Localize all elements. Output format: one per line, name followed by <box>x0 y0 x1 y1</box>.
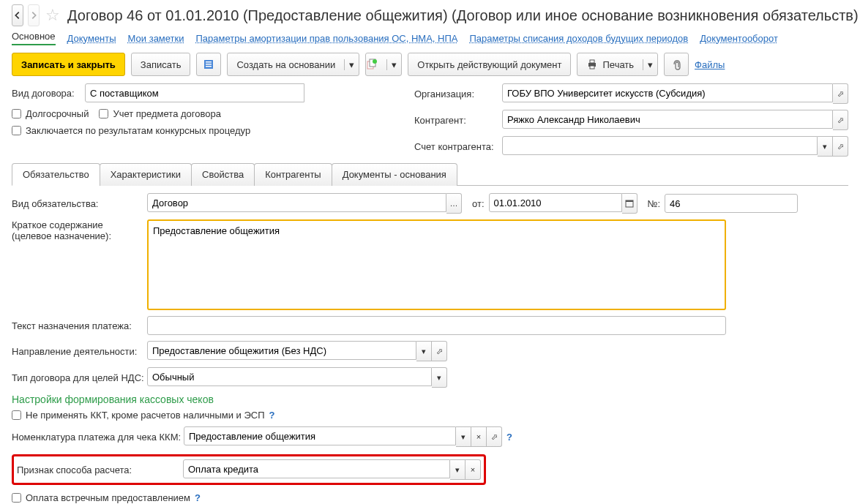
no-kkt-checkbox[interactable]: Не применять ККТ, кроме расчетов наличны… <box>12 410 265 421</box>
copy-structure-button[interactable]: ▾ <box>365 53 402 76</box>
printer-icon <box>586 59 598 70</box>
nav-amortization[interactable]: Параметры амортизации прав пользования О… <box>196 33 458 44</box>
create-based-on-label: Создать на основании <box>236 59 335 70</box>
open-ref-button[interactable]: ⬀ <box>833 136 848 157</box>
receipt-settings-heading: Настройки формирования кассовых чеков <box>12 394 848 405</box>
calendar-button[interactable] <box>622 193 637 214</box>
contract-type-input[interactable] <box>85 83 304 102</box>
nav-documents[interactable]: Документы <box>67 33 116 44</box>
svg-rect-9 <box>590 66 594 69</box>
dropdown-button[interactable]: ▾ <box>818 136 833 157</box>
no-kkt-label: Не применять ККТ, кроме расчетов наличны… <box>26 410 265 421</box>
calendar-icon <box>625 199 634 208</box>
longterm-label: Долгосрочный <box>26 108 89 119</box>
counterparty-account-label: Счет контрагента: <box>414 141 502 152</box>
open-ref-button[interactable]: ⬀ <box>487 426 502 447</box>
number-input[interactable] <box>665 194 798 213</box>
nav-forward-button[interactable] <box>28 4 40 26</box>
tab-characteristics[interactable]: Характеристики <box>100 163 192 186</box>
tab-properties[interactable]: Свойства <box>191 163 255 186</box>
counterparty-label: Контрагент: <box>414 115 502 126</box>
vat-contract-type-input[interactable] <box>147 367 432 386</box>
create-based-on-button[interactable]: Создать на основании▾ <box>227 53 359 76</box>
chevron-down-icon: ▾ <box>643 59 653 70</box>
from-label: от: <box>472 198 485 209</box>
tab-basis-documents[interactable]: Документы - основания <box>332 163 457 186</box>
activity-direction-label: Направление деятельности: <box>12 346 147 357</box>
activity-direction-input[interactable] <box>147 341 416 360</box>
save-and-close-button[interactable]: Записать и закрыть <box>12 53 125 76</box>
help-icon[interactable]: ? <box>269 410 275 421</box>
payment-text-input[interactable] <box>147 316 726 335</box>
date-input[interactable] <box>489 193 622 212</box>
help-icon[interactable]: ? <box>195 492 201 503</box>
list-toolbar-button[interactable] <box>196 53 221 76</box>
svg-rect-3 <box>206 66 212 67</box>
svg-rect-1 <box>206 61 212 63</box>
nav-back-button[interactable] <box>12 4 23 26</box>
attachment-button[interactable] <box>664 53 689 76</box>
longterm-checkbox[interactable]: Долгосрочный <box>12 108 89 119</box>
organization-input[interactable] <box>502 83 833 102</box>
chevron-down-icon: ▾ <box>344 59 354 70</box>
receipt-nomenclature-input[interactable] <box>184 426 456 445</box>
nav-docflow[interactable]: Документооборот <box>700 33 778 44</box>
nav-writeoff[interactable]: Параметры списания доходов будущих перио… <box>469 33 688 44</box>
organization-label: Организация: <box>414 89 502 99</box>
dropdown-button[interactable]: ▾ <box>416 341 432 361</box>
favorite-star-icon[interactable]: ☆ <box>45 6 60 25</box>
dropdown-button[interactable]: ▾ <box>432 367 447 388</box>
print-button[interactable]: Печать▾ <box>577 53 658 76</box>
svg-rect-2 <box>206 64 212 65</box>
calc-method-input[interactable] <box>183 459 450 478</box>
tab-obligation[interactable]: Обязательство <box>12 163 100 186</box>
highlighted-region: Признак способа расчета: ▾× <box>12 454 486 485</box>
clear-button[interactable]: × <box>471 426 487 447</box>
open-ref-button[interactable]: ⬀ <box>833 110 848 130</box>
open-active-document-button[interactable]: Открыть действующий документ <box>408 53 571 76</box>
open-ref-button[interactable]: ⬀ <box>432 341 447 361</box>
vat-contract-type-label: Тип договора для целей НДС: <box>12 372 147 383</box>
print-label: Печать <box>602 59 634 70</box>
page-title: Договор 46 от 01.01.2010 (Предоставление… <box>67 7 859 24</box>
open-ref-button[interactable]: ⬀ <box>833 83 848 104</box>
tender-label: Заключается по результатам конкурсных пр… <box>26 125 250 136</box>
obligation-type-input[interactable] <box>147 193 446 212</box>
svg-rect-8 <box>590 60 594 63</box>
tabs: Обязательство Характеристики Свойства Ко… <box>12 162 848 186</box>
track-subject-label: Учет предмета договора <box>113 108 221 119</box>
contract-type-label: Вид договора: <box>12 88 85 99</box>
nav-notes[interactable]: Мои заметки <box>128 33 184 44</box>
select-button[interactable]: … <box>446 193 462 214</box>
calc-method-label: Признак способа расчета: <box>17 464 183 475</box>
save-button[interactable]: Записать <box>131 53 191 76</box>
chevron-down-icon: ▾ <box>386 59 397 70</box>
number-label: №: <box>648 198 661 209</box>
clear-button[interactable]: × <box>465 459 481 480</box>
track-subject-checkbox[interactable]: Учет предмета договора <box>99 108 221 119</box>
nav-main[interactable]: Основное <box>12 31 56 45</box>
files-link[interactable]: Файлы <box>695 59 725 70</box>
obligation-type-label: Вид обязательства: <box>12 198 147 209</box>
counter-payment-label: Оплата встречным предоставлением <box>26 492 190 503</box>
counter-payment-checkbox[interactable]: Оплата встречным предоставлением <box>12 492 190 503</box>
tender-checkbox[interactable]: Заключается по результатам конкурсных пр… <box>12 125 250 136</box>
brief-content-label: Краткое содержание(целевое назначение): <box>12 219 147 241</box>
help-icon[interactable]: ? <box>506 432 512 443</box>
dropdown-button[interactable]: ▾ <box>456 426 471 447</box>
brief-content-textarea[interactable]: Предоставление общежития <box>147 219 726 310</box>
payment-text-label: Текст назначения платежа: <box>12 320 147 331</box>
counterparty-input[interactable] <box>502 110 833 129</box>
svg-rect-11 <box>626 200 633 202</box>
counterparty-account-input[interactable] <box>502 136 818 155</box>
tab-counterparties[interactable]: Контрагенты <box>254 163 332 186</box>
svg-point-6 <box>373 59 377 64</box>
paperclip-icon <box>670 59 682 70</box>
dropdown-button[interactable]: ▾ <box>450 459 465 480</box>
receipt-nomenclature-label: Номенклатура платежа для чека ККМ: <box>12 432 184 443</box>
